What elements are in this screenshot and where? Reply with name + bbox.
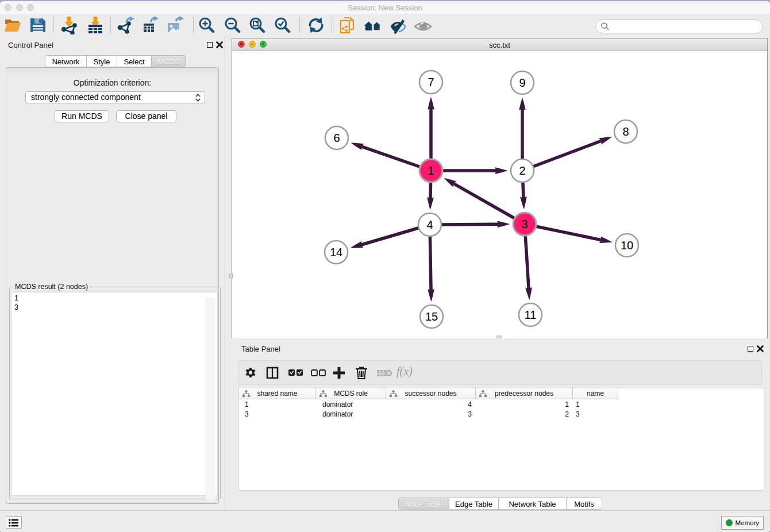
- svg-text:10: 10: [621, 239, 633, 252]
- svg-text:15: 15: [425, 310, 438, 323]
- svg-text:14: 14: [330, 246, 342, 259]
- svg-text:8: 8: [622, 125, 629, 138]
- svg-text:6: 6: [333, 132, 340, 144]
- svg-text:2: 2: [519, 164, 525, 177]
- svg-text:4: 4: [426, 218, 433, 231]
- svg-text:1: 1: [428, 164, 434, 177]
- svg-text:9: 9: [519, 76, 525, 89]
- svg-text:7: 7: [428, 76, 434, 88]
- svg-text:3: 3: [521, 218, 528, 230]
- svg-text:11: 11: [525, 309, 537, 321]
